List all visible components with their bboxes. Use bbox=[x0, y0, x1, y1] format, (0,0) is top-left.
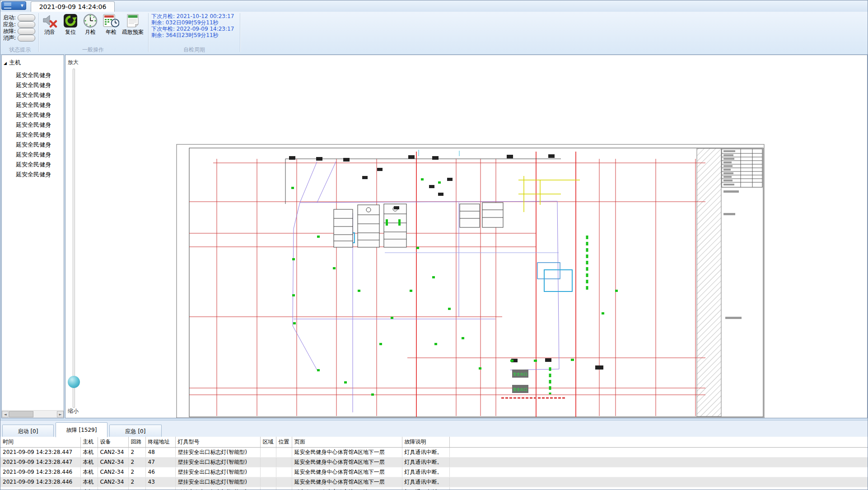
table-row[interactable]: 2021-09-09 14:23:28.446本机CAN2-34246壁挂安全出… bbox=[0, 467, 868, 477]
cell-filler bbox=[449, 467, 868, 477]
status-label-fault: 故障: bbox=[3, 28, 16, 34]
status-label-silenced: 消声: bbox=[3, 35, 16, 41]
cell-device: CAN2-34 bbox=[98, 477, 128, 487]
cell-time: 2021-09-09 14:23:28.447 bbox=[0, 458, 80, 467]
cell-area bbox=[260, 477, 276, 487]
cell-position bbox=[276, 477, 292, 487]
col-header-page[interactable]: 页面 bbox=[292, 437, 402, 448]
table-row[interactable]: 2021-09-09 14:23:28.447本机CAN2-34248壁挂安全出… bbox=[0, 448, 868, 458]
cell-position bbox=[276, 467, 292, 477]
cell-loop: 2 bbox=[128, 467, 145, 477]
monthly-check-button[interactable]: 月检 bbox=[83, 14, 98, 35]
cell-model: 壁挂安全出口标志灯(智能型) bbox=[175, 487, 260, 490]
evacuation-plan-button[interactable]: 疏散预案 bbox=[122, 14, 144, 35]
table-row[interactable]: 2021-09-09 14:23:28.447本机CAN2-34247壁挂安全出… bbox=[0, 458, 868, 467]
table-row[interactable]: 2021-09-09 14:23:28.445本机CAN2-34242壁挂安全出… bbox=[0, 487, 868, 490]
cell-device: CAN2-34 bbox=[98, 487, 128, 490]
cell-page: 延安全民健身中心体育馆A区地下一层 bbox=[292, 458, 402, 467]
tree-item[interactable]: 延安全民健身 bbox=[16, 141, 51, 149]
cell-page: 延安全民健身中心体育馆A区地下一层 bbox=[292, 477, 402, 487]
cell-area bbox=[260, 458, 276, 467]
ribbon-toolbar: 启动: 应急: 故障: 消声: 状态提示 消音 复位 bbox=[0, 12, 868, 55]
annual-check-button[interactable]: 年检 bbox=[103, 14, 119, 35]
group-label-status: 状态提示 bbox=[1, 46, 38, 54]
tab-fault-events[interactable]: 故障 [1529] bbox=[56, 422, 107, 437]
scroll-left-icon[interactable]: ◄ bbox=[2, 411, 9, 417]
cell-terminal: 46 bbox=[145, 467, 175, 477]
cell-time: 2021-09-09 14:23:28.447 bbox=[0, 448, 80, 458]
evacuation-plan-button-label: 疏散预案 bbox=[122, 29, 144, 35]
tree-item[interactable]: 延安全民健身 bbox=[16, 101, 51, 109]
cell-model: 壁挂安全出口标志灯(智能型) bbox=[175, 448, 260, 458]
scrollbar-thumb[interactable] bbox=[9, 411, 33, 417]
event-tabstrip: 启动 [0] 故障 [1529] 应急 [0] bbox=[0, 420, 868, 437]
cell-area bbox=[260, 448, 276, 458]
col-header-device[interactable]: 设备 bbox=[98, 437, 128, 448]
reset-button[interactable]: 复位 bbox=[63, 14, 78, 35]
tree-item[interactable]: 延安全民健身 bbox=[16, 161, 51, 169]
exit-sign-badge: 安全出口 bbox=[512, 370, 528, 378]
cad-floor-plan: 安全出口 安全出口 bbox=[65, 55, 868, 418]
group-label-operations: 一般操作 bbox=[39, 46, 147, 54]
sidebar-horizontal-scrollbar[interactable]: ◄ ► bbox=[2, 410, 64, 418]
device-tree-panel: ◢主机 延安全民健身 延安全民健身 延安全民健身 延安全民健身 延安全民健身 延… bbox=[1, 55, 64, 418]
tab-emergency-events[interactable]: 应急 [0] bbox=[109, 425, 162, 437]
exit-sign-badge: 安全出口 bbox=[512, 385, 528, 393]
tree-item[interactable]: 延安全民健身 bbox=[16, 151, 51, 159]
cell-page: 延安全民健身中心体育馆A区地下一层 bbox=[292, 487, 402, 490]
col-header-lamp-model[interactable]: 灯具型号 bbox=[175, 437, 260, 448]
col-header-loop[interactable]: 回路 bbox=[128, 437, 145, 448]
mute-button[interactable]: 消音 bbox=[42, 14, 57, 35]
cell-fault: 灯具通讯中断。 bbox=[402, 448, 449, 458]
col-header-fault-description[interactable]: 故障说明 bbox=[402, 437, 449, 448]
cell-model: 壁挂安全出口标志灯(智能型) bbox=[175, 467, 260, 477]
tree-item[interactable]: 延安全民健身 bbox=[16, 171, 51, 179]
tree-root-label: 主机 bbox=[9, 59, 21, 66]
cell-time: 2021-09-09 14:23:28.446 bbox=[0, 477, 80, 487]
tree-item[interactable]: 延安全民健身 bbox=[16, 131, 51, 139]
col-header-host[interactable]: 主机 bbox=[80, 437, 98, 448]
cell-filler bbox=[449, 448, 868, 458]
tree-item[interactable]: 延安全民健身 bbox=[16, 121, 51, 129]
tree-item[interactable]: 延安全民健身 bbox=[16, 91, 51, 99]
table-header-row: 时间 主机 设备 回路 终端地址 灯具型号 区域 位置 页面 故障说明 bbox=[0, 437, 868, 448]
cell-filler bbox=[449, 458, 868, 467]
cell-host: 本机 bbox=[80, 477, 98, 487]
datetime-tab[interactable]: 2021-09-09 14:24:06 bbox=[31, 1, 115, 12]
status-indicator-emergency bbox=[18, 21, 35, 28]
mute-button-label: 消音 bbox=[44, 29, 55, 35]
cell-filler bbox=[449, 487, 868, 490]
group-divider bbox=[148, 13, 149, 52]
cell-area bbox=[260, 487, 276, 490]
col-header-position[interactable]: 位置 bbox=[276, 437, 292, 448]
mute-icon bbox=[42, 14, 57, 28]
cell-host: 本机 bbox=[80, 487, 98, 490]
col-header-time[interactable]: 时间 bbox=[0, 437, 80, 448]
table-row[interactable]: 2021-09-09 14:23:28.446本机CAN2-34243壁挂安全出… bbox=[0, 477, 868, 487]
tree-expand-icon[interactable]: ◢ bbox=[4, 59, 7, 67]
status-indicator-silenced bbox=[18, 35, 35, 42]
reset-icon bbox=[63, 14, 78, 28]
status-label-start: 启动: bbox=[3, 14, 16, 21]
cell-host: 本机 bbox=[80, 467, 98, 477]
app-menu-button[interactable]: ▼ bbox=[1, 1, 26, 10]
tree-item[interactable]: 延安全民健身 bbox=[16, 81, 51, 89]
col-header-area[interactable]: 区域 bbox=[260, 437, 276, 448]
group-divider bbox=[240, 13, 241, 52]
monthly-check-icon bbox=[83, 14, 98, 28]
tab-start-events[interactable]: 启动 [0] bbox=[2, 425, 54, 437]
scroll-right-icon[interactable]: ► bbox=[57, 411, 64, 417]
cell-model: 壁挂安全出口标志灯(智能型) bbox=[175, 458, 260, 467]
cell-fault: 灯具通讯中断。 bbox=[402, 477, 449, 487]
tree-root-host[interactable]: ◢主机 bbox=[4, 59, 21, 67]
cell-terminal: 43 bbox=[145, 477, 175, 487]
status-label-emergency: 应急: bbox=[3, 21, 16, 28]
chevron-down-icon: ▼ bbox=[21, 4, 23, 8]
cell-terminal: 42 bbox=[145, 487, 175, 490]
tree-item[interactable]: 延安全民健身 bbox=[16, 111, 51, 119]
reset-button-label: 复位 bbox=[65, 29, 76, 35]
cell-position bbox=[276, 487, 292, 490]
floor-plan-canvas: 放大 缩小 bbox=[65, 55, 868, 418]
col-header-terminal-address[interactable]: 终端地址 bbox=[145, 437, 175, 448]
tree-item[interactable]: 延安全民健身 bbox=[16, 71, 51, 79]
